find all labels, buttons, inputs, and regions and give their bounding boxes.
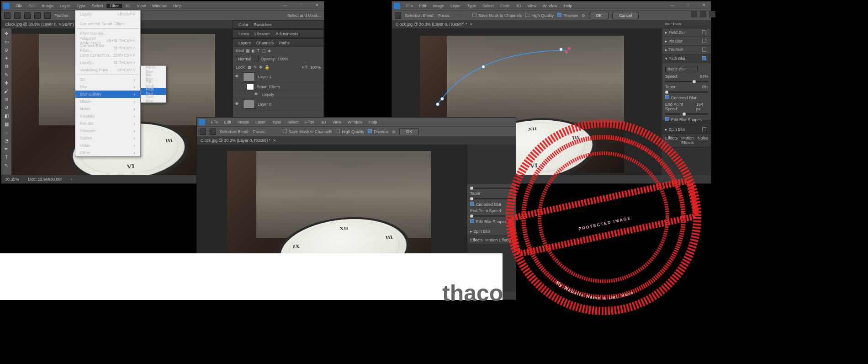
menu-image[interactable]: Image bbox=[429, 4, 447, 8]
centered-checkbox[interactable] bbox=[665, 95, 669, 99]
menu-filter[interactable]: Filter bbox=[497, 4, 513, 8]
lock-pos-icon[interactable]: ✥ bbox=[259, 65, 263, 70]
move-tool-icon[interactable]: ✥ bbox=[2, 29, 11, 37]
motion-effects-tab[interactable]: Motion Effects bbox=[681, 136, 694, 145]
channels-tab[interactable]: Channels bbox=[254, 41, 276, 45]
effects-tab[interactable]: Effects bbox=[470, 238, 482, 242]
tool-icon[interactable] bbox=[210, 128, 216, 135]
color-tab[interactable]: Color bbox=[236, 22, 251, 27]
menu-item-render[interactable]: Render▸ bbox=[75, 120, 140, 127]
wand-tool-icon[interactable]: ✦ bbox=[2, 54, 11, 62]
zoom-level[interactable]: 30.35% bbox=[5, 177, 19, 182]
ok-button[interactable]: OK bbox=[589, 12, 609, 19]
dodge-tool-icon[interactable]: ◔ bbox=[2, 136, 11, 145]
save-mask-checkbox[interactable] bbox=[283, 129, 287, 133]
effects-tab[interactable]: Effects bbox=[665, 136, 677, 145]
path-blur-item[interactable]: Path Blur bbox=[669, 56, 686, 61]
sel-int-icon[interactable] bbox=[44, 12, 51, 19]
menu-edit[interactable]: Edit bbox=[416, 4, 430, 8]
minimize-icon[interactable]: — bbox=[280, 3, 291, 7]
menu-item-noise[interactable]: Noise▸ bbox=[75, 105, 140, 112]
filter-shape-icon[interactable]: ▢ bbox=[262, 48, 266, 53]
menu-item-lens[interactable]: Lens Correction...Shift+Ctrl+R bbox=[75, 52, 140, 59]
path-point[interactable] bbox=[565, 50, 568, 54]
learn-tab[interactable]: Learn bbox=[236, 32, 252, 36]
share-icon[interactable] bbox=[700, 11, 706, 17]
menu-select[interactable]: Select bbox=[479, 4, 497, 8]
lasso-tool-icon[interactable]: ⊙ bbox=[2, 46, 11, 54]
iris-blur-item[interactable]: Iris Blur bbox=[669, 39, 683, 43]
noise-tab[interactable]: Noise bbox=[698, 136, 708, 145]
edit-shapes-checkbox[interactable] bbox=[470, 219, 474, 223]
close-icon[interactable]: ✕ bbox=[699, 3, 709, 7]
menu-item-convert[interactable]: Convert for Smart Filters bbox=[75, 20, 140, 27]
filter-type-icon[interactable]: T bbox=[257, 48, 260, 53]
menu-item-blur-gallery[interactable]: Blur Gallery▸ bbox=[75, 91, 140, 98]
menu-item-sharpen[interactable]: Sharpen▸ bbox=[75, 127, 140, 134]
menu-view[interactable]: View bbox=[329, 120, 344, 124]
gradient-tool-icon[interactable]: ▦ bbox=[2, 120, 11, 128]
visibility-icon[interactable]: 👁 bbox=[235, 74, 240, 80]
layer-row-smartfilters[interactable]: Smart Filters bbox=[233, 83, 323, 91]
document-tab[interactable]: Clock.jpg @ 30.3% (Layer 0, RGB/8) *× bbox=[197, 136, 516, 145]
menu-item-liquify[interactable]: Liquify...Shift+Ctrl+X bbox=[75, 59, 140, 66]
layer-row-layer1[interactable]: 👁 Layer 1 bbox=[233, 71, 323, 83]
menu-item-pixelate[interactable]: Pixelate▸ bbox=[75, 112, 140, 120]
speed-value[interactable]: 64% bbox=[700, 74, 708, 79]
pen-tool-icon[interactable]: ✒ bbox=[2, 145, 11, 153]
maximize-icon[interactable]: □ bbox=[684, 3, 693, 7]
menu-select[interactable]: Select bbox=[89, 4, 106, 8]
menu-item-blur[interactable]: Blur▸ bbox=[75, 83, 140, 91]
remove-icon[interactable]: ⊘ bbox=[392, 129, 396, 134]
paths-tab[interactable]: Paths bbox=[276, 41, 292, 45]
menu-item-3d[interactable]: 3D▸ bbox=[75, 76, 140, 83]
visibility-icon[interactable]: 👁 bbox=[235, 102, 240, 107]
slider[interactable] bbox=[470, 215, 513, 217]
stamp-tool-icon[interactable]: ⧇ bbox=[2, 95, 11, 103]
tilt-shift-checkbox[interactable] bbox=[702, 48, 706, 52]
menu-edit[interactable]: Edit bbox=[221, 120, 235, 124]
swatches-tab[interactable]: Swatches bbox=[251, 22, 275, 27]
layer-row-layer0[interactable]: 👁 Layer 0 bbox=[233, 98, 323, 110]
menu-layer[interactable]: Layer bbox=[252, 120, 269, 124]
menu-help[interactable]: Help bbox=[561, 4, 576, 8]
chevron-right-icon[interactable]: ▸ bbox=[470, 229, 474, 234]
menu-layer[interactable]: Layer bbox=[447, 4, 464, 8]
menu-filter[interactable]: Filter bbox=[106, 4, 122, 8]
preview-checkbox[interactable] bbox=[557, 13, 561, 17]
spin-blur-item[interactable]: Spin Blur bbox=[669, 127, 686, 132]
menu-image[interactable]: Image bbox=[39, 4, 57, 8]
field-blur-item[interactable]: Field Blur bbox=[669, 30, 686, 35]
basic-blur-select[interactable]: Basic Blur bbox=[665, 66, 698, 72]
menu-item-distort[interactable]: Distort▸ bbox=[75, 98, 140, 105]
layer-row-liquify[interactable]: 👁 Liquify bbox=[233, 91, 323, 98]
preview-checkbox[interactable] bbox=[368, 129, 372, 133]
marquee-tool-icon[interactable]: ▭ bbox=[2, 37, 11, 46]
menu-file[interactable]: File bbox=[12, 4, 26, 8]
lock-trans-icon[interactable]: ▦ bbox=[248, 65, 252, 70]
centered-checkbox[interactable] bbox=[470, 202, 474, 206]
motion-tab[interactable]: Motion Effects bbox=[485, 238, 511, 242]
path-point[interactable] bbox=[567, 47, 571, 50]
blur-tool-icon[interactable]: ○ bbox=[2, 128, 11, 136]
sel-sub-icon[interactable] bbox=[34, 12, 41, 19]
tool-preset-icon[interactable] bbox=[4, 12, 11, 19]
cancel-button[interactable]: Cancel bbox=[612, 12, 639, 19]
menu-type[interactable]: Type bbox=[269, 120, 285, 124]
menu-item-other[interactable]: Other▸ bbox=[75, 149, 140, 156]
workspace-icon[interactable] bbox=[709, 11, 715, 17]
layers-tab[interactable]: Layers bbox=[236, 41, 254, 45]
menu-item-last-filter[interactable]: LiquifyAlt+Ctrl+F bbox=[75, 11, 140, 18]
endpoint-slider[interactable] bbox=[665, 113, 708, 115]
brush-tool-icon[interactable]: 🖌 bbox=[2, 87, 11, 95]
menu-window[interactable]: Window bbox=[540, 4, 561, 8]
path-point[interactable] bbox=[482, 65, 485, 69]
menu-3d[interactable]: 3D bbox=[122, 4, 134, 8]
search-icon[interactable] bbox=[691, 11, 697, 17]
menu-help[interactable]: Help bbox=[170, 4, 185, 8]
chevron-right-icon[interactable]: ▸ bbox=[665, 39, 669, 43]
home-icon[interactable] bbox=[200, 128, 206, 135]
menu-file[interactable]: File bbox=[208, 120, 221, 124]
chevron-right-icon[interactable]: ▸ bbox=[665, 30, 669, 35]
menu-type[interactable]: Type bbox=[74, 4, 89, 8]
